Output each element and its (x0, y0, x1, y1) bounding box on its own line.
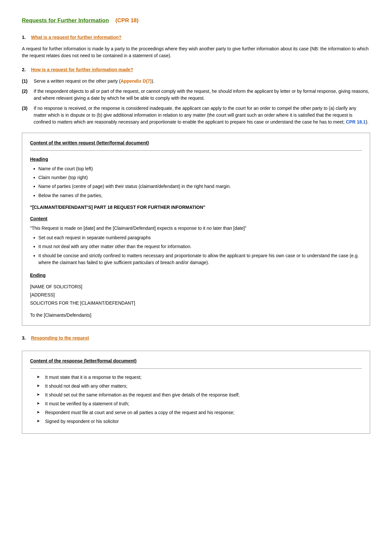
content-items-list: Set out each request in separate numbere… (30, 234, 362, 266)
content-intro: "This Request is made on [date] and the … (30, 225, 362, 232)
response-item-1: It must state that it is a response to t… (30, 374, 362, 381)
heading-item-2: Claim number (top right) (30, 174, 362, 181)
response-item-2: It should not deal with any other matter… (30, 383, 362, 390)
appendix-link: Appendix D(7) (121, 78, 152, 84)
box2-title: Content of the response (letter/formal d… (30, 358, 362, 369)
cpr-reference: (CPR 18) (115, 16, 139, 25)
section-2-number: 2. (22, 66, 28, 75)
section-3-heading: Responding to the request (31, 335, 89, 342)
heading-item-1: Name of the court (top left) (30, 165, 362, 173)
response-item-3: It should set out the same information a… (30, 392, 362, 398)
section-1-number: 1. (22, 34, 28, 43)
section-2-item-1: (1) Serve a written request on the other… (22, 78, 370, 85)
page-header: Requests for Further Information (CPR 18… (22, 16, 370, 25)
box1-title: Content of the written request (letter/f… (30, 140, 362, 151)
heading-item-4: Below the names of the parties, (30, 192, 362, 199)
part18-heading: "[CLAIMANT/DEFENDANT'S] PART 18 REQUEST … (30, 204, 362, 211)
item-1-num: (1) (22, 78, 31, 85)
section-2: 2. How is a request for further informat… (22, 66, 370, 126)
section-3: 3. Responding to the request (22, 335, 370, 344)
section-2-heading-block: 2. How is a request for further informat… (22, 66, 370, 75)
response-item-4: It must be verified by a statement of tr… (30, 400, 362, 407)
heading-item-3: Name of parties (centre of page) with th… (30, 183, 362, 190)
ending-line-2: [ADDRESS] (30, 291, 362, 299)
item-1-text: Serve a written request on the other par… (34, 78, 370, 85)
response-box: Content of the response (letter/formal d… (22, 351, 370, 434)
ending-label: Ending (30, 272, 362, 279)
ending-footer: To the [Claimants/Defendants] (30, 312, 362, 319)
heading-label: Heading (30, 156, 362, 163)
section-3-number: 3. (22, 335, 28, 344)
content-item-3: It should be concise and strictly confin… (30, 252, 362, 266)
section-2-item-3: (3) If no response is received, or the r… (22, 105, 370, 126)
section-2-item-2: (2) If the respondent objects to all or … (22, 88, 370, 102)
section-3-heading-block: 3. Responding to the request (22, 335, 370, 344)
content-label: Content (30, 215, 362, 222)
item-3-num: (3) (22, 105, 31, 126)
response-items-list: It must state that it is a response to t… (30, 374, 362, 425)
cpr-18-1-link: CPR 18.1 (346, 119, 366, 125)
ending-block: [NAME OF SOLICITORS] [ADDRESS] SOLICITOR… (30, 283, 362, 308)
written-request-box: Content of the written request (letter/f… (22, 133, 370, 326)
item-2-text: If the respondent objects to all or part… (34, 88, 370, 102)
ending-line-1: [NAME OF SOLICITORS] (30, 283, 362, 291)
content-item-1: Set out each request in separate numbere… (30, 234, 362, 242)
item-3-text: If no response is received, or the respo… (34, 105, 370, 126)
page-title: Requests for Further Information (22, 16, 109, 25)
content-item-2: It must not deal with any other matter o… (30, 243, 362, 250)
section-2-heading: How is a request for further information… (31, 66, 133, 73)
section-1-heading-block: 1. What is a request for further informa… (22, 34, 370, 43)
response-item-6: Signed by respondent or his solicitor (30, 418, 362, 425)
item-2-num: (2) (22, 88, 31, 102)
heading-items-list: Name of the court (top left) Claim numbe… (30, 165, 362, 200)
response-item-5: Respondent must file at court and serve … (30, 409, 362, 416)
section-1-heading: What is a request for further informatio… (31, 34, 122, 41)
section-1: 1. What is a request for further informa… (22, 34, 370, 59)
section-1-body: A request for further information is mad… (22, 45, 370, 59)
ending-line-3: SOLICITORS FOR THE [CLAIMANT/DEFENDANT] (30, 299, 362, 307)
